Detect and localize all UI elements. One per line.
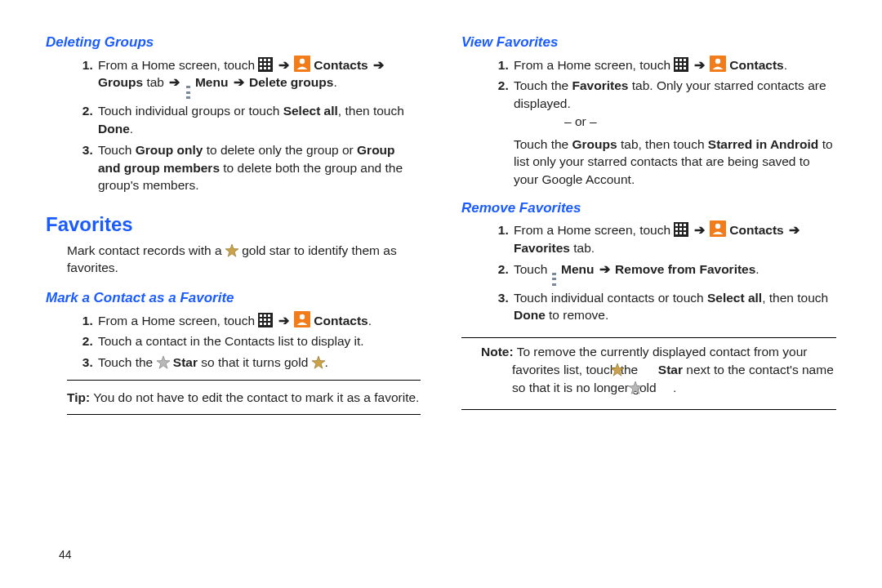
step: From a Home screen, touch ➔ Contacts. — [96, 311, 421, 330]
contacts-icon — [710, 220, 726, 237]
remove-favorites-steps: From a Home screen, touch ➔ Contacts ➔ F… — [461, 220, 836, 324]
contacts-icon — [710, 56, 726, 72]
step: Touch a contact in the Contacts list to … — [96, 332, 421, 350]
step: Touch the Favorites tab. Only your starr… — [512, 77, 836, 188]
menu-icon — [186, 86, 191, 99]
apps-grid-icon — [674, 57, 688, 72]
contacts-icon — [294, 56, 310, 72]
step: Touch Group only to delete only the grou… — [96, 141, 421, 194]
favorites-intro: Mark contact records with a gold star to… — [67, 242, 421, 277]
left-column: Deleting Groups From a Home screen, touc… — [46, 33, 421, 588]
contacts-icon — [294, 311, 310, 327]
apps-grid-icon — [258, 57, 273, 72]
tip: Tip: You do not have to edit the contact… — [67, 389, 421, 407]
star-gold-icon — [312, 356, 325, 369]
deleting-groups-steps: From a Home screen, touch ➔ Contacts ➔ G… — [46, 56, 421, 194]
divider — [461, 409, 836, 410]
page-number: 44 — [59, 547, 72, 564]
note: Note: To remove the currently displayed … — [512, 343, 836, 396]
step: From a Home screen, touch ➔ Contacts ➔ F… — [512, 220, 836, 256]
apps-grid-icon — [258, 313, 273, 327]
or-separator: – or – — [564, 113, 836, 131]
step: Touch Menu ➔ Remove from Favorites. — [512, 261, 836, 286]
step: Touch the Star so that it turns gold . — [96, 354, 421, 372]
view-favorites-steps: From a Home screen, touch ➔ Contacts. To… — [461, 56, 836, 189]
step: From a Home screen, touch ➔ Contacts ➔ G… — [96, 56, 421, 100]
divider — [67, 414, 421, 415]
menu-icon — [552, 273, 557, 286]
heading-mark-favorite: Mark a Contact as a Favorite — [46, 288, 421, 308]
star-gold-icon — [225, 244, 238, 257]
star-gold-icon — [642, 363, 655, 376]
star-grey-icon — [157, 356, 170, 369]
heading-favorites: Favorites — [46, 211, 421, 238]
heading-remove-favorites: Remove Favorites — [461, 198, 836, 218]
arrow-icon: ➔ — [277, 58, 291, 72]
step: From a Home screen, touch ➔ Contacts. — [512, 56, 836, 74]
mark-favorite-steps: From a Home screen, touch ➔ Contacts. To… — [46, 311, 421, 372]
step: Touch individual contacts or touch Selec… — [512, 289, 836, 324]
star-grey-icon — [660, 381, 673, 394]
divider — [461, 337, 836, 338]
divider — [67, 380, 421, 381]
right-column: View Favorites From a Home screen, touch… — [461, 33, 836, 588]
step: Touch individual groups or touch Select … — [96, 102, 421, 137]
heading-view-favorites: View Favorites — [461, 33, 836, 52]
apps-grid-icon — [674, 222, 688, 237]
heading-deleting-groups: Deleting Groups — [46, 33, 421, 52]
